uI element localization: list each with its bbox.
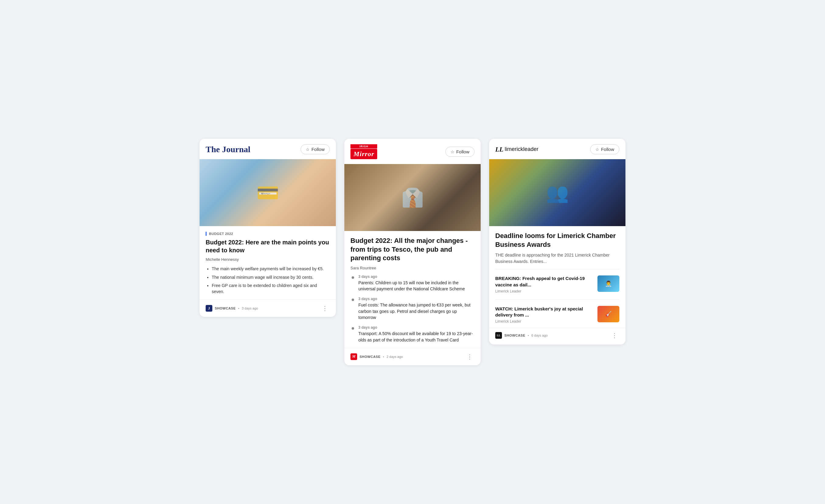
article-title-mirror[interactable]: Budget 2022: All the major changes - fro…: [351, 236, 474, 263]
secondary-source-1: Limerick Leader: [495, 289, 594, 293]
bullet-item-2: The national minimum wage will increase …: [212, 275, 330, 281]
card-header-journal: The Journal ☆ Follow: [200, 139, 336, 159]
thumb-busker-img: 🎸: [597, 306, 619, 322]
limerick-name-text: limerickleader: [505, 146, 538, 152]
divider-2: [495, 299, 619, 300]
source-icon-journal: J: [206, 305, 212, 312]
footer-left-limerick: LL SHOWCASE • 6 days ago: [495, 332, 547, 339]
card-journal: The Journal ☆ Follow BUDGET 2022 Budget …: [200, 139, 336, 317]
follow-star-icon: ☆: [306, 147, 310, 152]
article-excerpt-limerick: THE deadline is approaching for the 2021…: [495, 252, 619, 265]
news-item-3: 3 days ago Transport: A 50% discount wil…: [351, 326, 474, 343]
secondary-thumb-2: 🎸: [597, 306, 619, 322]
cards-container: The Journal ☆ Follow BUDGET 2022 Budget …: [200, 139, 625, 365]
article-title-journal[interactable]: Budget 2022: Here are the main points yo…: [206, 238, 330, 254]
secondary-article-2[interactable]: WATCH: Limerick busker's joy at special …: [495, 303, 619, 327]
mirror-logo: IRISH Mirror: [351, 144, 377, 159]
divider-1: [495, 269, 619, 269]
card-body-mirror: Budget 2022: All the major changes - fro…: [344, 231, 481, 343]
card-header-limerick: LL limerickleader ☆ Follow: [489, 139, 625, 159]
limerick-logo: LL limerickleader: [495, 145, 538, 153]
card-footer-limerick: LL SHOWCASE • 6 days ago ⋮: [489, 328, 625, 345]
time-ago-limerick: 6 days ago: [531, 334, 548, 337]
news-dot-2: [352, 299, 354, 301]
bullet-list-journal: The main weekly welfare payments will be…: [206, 266, 330, 295]
more-options-button-limerick[interactable]: ⋮: [610, 331, 619, 340]
card-footer-journal: J SHOWCASE • 3 days ago ⋮: [200, 299, 336, 317]
source-icon-limerick: LL: [495, 332, 502, 339]
follow-star-icon-limerick: ☆: [595, 147, 599, 152]
showcase-label-mirror: SHOWCASE: [360, 355, 381, 359]
card-header-mirror: IRISH Mirror ☆ Follow: [344, 139, 481, 164]
footer-left-mirror: M SHOWCASE • 2 days ago: [351, 353, 403, 360]
card-body-limerick: Deadline looms for Limerick Chamber Busi…: [489, 226, 625, 265]
secondary-title-2: WATCH: Limerick busker's joy at special …: [495, 306, 594, 318]
secondary-articles-limerick: BREAKING: Fresh appeal to get Covid-19 v…: [489, 269, 625, 327]
source-icon-mirror: M: [351, 353, 357, 360]
hero-image-limerick: [489, 159, 625, 226]
showcase-label-journal: SHOWCASE: [215, 306, 236, 310]
author-mirror: Sara Rountree: [351, 266, 474, 270]
category-bar-icon: [206, 232, 207, 236]
secondary-source-2: Limerick Leader: [495, 319, 594, 323]
follow-button-mirror[interactable]: ☆ Follow: [445, 147, 474, 157]
news-text-2[interactable]: Fuel costs: The allowance has jumped to …: [358, 302, 474, 320]
news-time-2: 3 days ago: [358, 297, 474, 301]
news-time-1: 3 days ago: [358, 275, 474, 279]
bullet-item-1: The main weekly welfare payments will be…: [212, 266, 330, 272]
follow-star-icon-mirror: ☆: [451, 149, 454, 154]
hero-image-journal: [200, 159, 336, 226]
time-ago-journal: 3 days ago: [242, 306, 258, 310]
card-footer-mirror: M SHOWCASE • 2 days ago ⋮: [344, 348, 481, 365]
article-title-limerick[interactable]: Deadline looms for Limerick Chamber Busi…: [495, 232, 619, 249]
ll-monogram-icon: LL: [495, 145, 504, 153]
showcase-label-limerick: SHOWCASE: [504, 334, 525, 337]
time-ago-mirror: 2 days ago: [387, 355, 403, 359]
follow-button-journal[interactable]: ☆ Follow: [301, 144, 330, 154]
news-text-1[interactable]: Parents: Children up to 15 will now be i…: [358, 280, 474, 292]
bullet-item-3: Free GP care is to be extended to childr…: [212, 283, 330, 295]
card-mirror: IRISH Mirror ☆ Follow Budget 2022: All t…: [344, 139, 481, 365]
more-options-button-mirror[interactable]: ⋮: [465, 352, 474, 361]
author-journal: Michelle Hennessy: [206, 257, 330, 262]
card-body-journal: BUDGET 2022 Budget 2022: Here are the ma…: [200, 226, 336, 295]
news-items-mirror: 3 days ago Parents: Children up to 15 wi…: [351, 275, 474, 343]
secondary-title-1: BREAKING: Fresh appeal to get Covid-19 v…: [495, 275, 594, 288]
secondary-thumb-1: 👨‍⚕️: [597, 275, 619, 292]
card-limerick: LL limerickleader ☆ Follow Deadline loom…: [489, 139, 625, 345]
more-options-button-journal[interactable]: ⋮: [320, 304, 330, 312]
thumb-vaccine-img: 👨‍⚕️: [597, 275, 619, 292]
news-dot-1: [352, 276, 354, 279]
secondary-article-1[interactable]: BREAKING: Fresh appeal to get Covid-19 v…: [495, 272, 619, 296]
news-time-3: 3 days ago: [358, 326, 474, 330]
news-item-2: 3 days ago Fuel costs: The allowance has…: [351, 297, 474, 320]
category-tag-journal: BUDGET 2022: [206, 232, 330, 236]
follow-button-limerick[interactable]: ☆ Follow: [590, 144, 619, 154]
news-dot-3: [352, 327, 354, 330]
journal-logo: The Journal: [206, 145, 250, 154]
footer-left-journal: J SHOWCASE • 3 days ago: [206, 305, 258, 312]
news-item-1: 3 days ago Parents: Children up to 15 wi…: [351, 275, 474, 292]
hero-image-mirror: [344, 164, 481, 231]
news-text-3[interactable]: Transport: A 50% discount will be availa…: [358, 331, 474, 343]
